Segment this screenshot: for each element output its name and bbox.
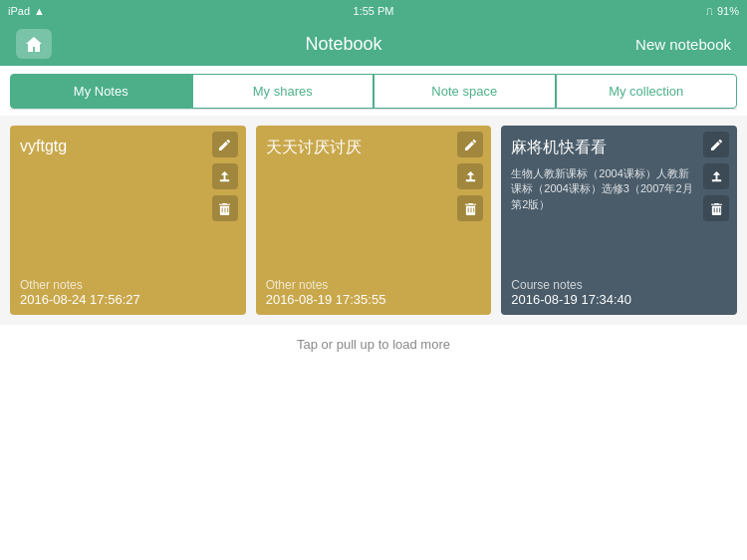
card-footer-2: Course notes 2016-08-19 17:34:40 [501, 270, 737, 315]
status-left: iPad ▲ [8, 5, 45, 17]
share-button-1[interactable] [457, 163, 483, 189]
card-footer-label-0: Other notes [20, 278, 236, 292]
tab-note-space[interactable]: Note space [374, 74, 556, 109]
card-footer-date-2: 2016-08-19 17:34:40 [511, 292, 727, 307]
card-actions-0 [212, 132, 238, 221]
card-footer-label-1: Other notes [266, 278, 482, 292]
edit-button-2[interactable] [703, 132, 729, 157]
card-footer-label-2: Course notes [511, 278, 727, 292]
note-card-2: 麻将机快看看 生物人教新课标（2004课标）人教新课标（2004课标）选修3（2… [501, 126, 737, 315]
card-footer-1: Other notes 2016-08-19 17:35:55 [256, 270, 492, 315]
wifi-icon: ▲ [34, 5, 45, 17]
card-subtitle-2: 生物人教新课标（2004课标）人教新课标（2004课标）选修3（2007年2月第… [501, 166, 737, 220]
note-card-0: vyftgtg Other notes 2016-08-24 17:56:27 [10, 126, 246, 315]
card-footer-0: Other notes 2016-08-24 17:56:27 [10, 270, 246, 315]
status-bar: iPad ▲ 1:55 PM ⎍ 91% [0, 0, 747, 22]
delete-button-2[interactable] [703, 195, 729, 221]
edit-button-0[interactable] [212, 132, 238, 157]
delete-button-0[interactable] [212, 195, 238, 221]
delete-button-1[interactable] [457, 195, 483, 221]
time-display: 1:55 PM [354, 5, 394, 17]
tab-bar: My NotesMy sharesNote spaceMy collection [10, 74, 737, 110]
card-title-2: 麻将机快看看 [501, 126, 737, 166]
card-actions-1 [457, 132, 483, 221]
battery-icon: ⎍ [706, 5, 713, 17]
new-notebook-button[interactable]: New notebook [635, 36, 731, 53]
nav-bar: Notebook New notebook [0, 22, 747, 66]
tab-my-collection[interactable]: My collection [556, 74, 738, 109]
tab-my-notes[interactable]: My Notes [10, 74, 192, 109]
page-title: Notebook [306, 34, 382, 55]
card-title-1: 天天讨厌讨厌 [256, 126, 492, 166]
home-icon [24, 35, 44, 53]
card-title-0: vyftgtg [10, 126, 246, 163]
carrier-label: iPad [8, 5, 30, 17]
card-footer-date-0: 2016-08-24 17:56:27 [20, 292, 236, 307]
share-button-2[interactable] [703, 163, 729, 189]
load-more-text[interactable]: Tap or pull up to load more [0, 325, 747, 364]
share-button-0[interactable] [212, 163, 238, 189]
cards-area: vyftgtg Other notes 2016-08-24 17:56:27 … [0, 116, 747, 325]
tab-my-shares[interactable]: My shares [192, 74, 374, 109]
card-actions-2 [703, 132, 729, 221]
battery-percent: 91% [717, 5, 739, 17]
note-card-1: 天天讨厌讨厌 Other notes 2016-08-19 17:35:55 [256, 126, 492, 315]
home-button[interactable] [16, 29, 52, 59]
card-footer-date-1: 2016-08-19 17:35:55 [266, 292, 482, 307]
status-right: ⎍ 91% [706, 5, 739, 17]
edit-button-1[interactable] [457, 132, 483, 157]
